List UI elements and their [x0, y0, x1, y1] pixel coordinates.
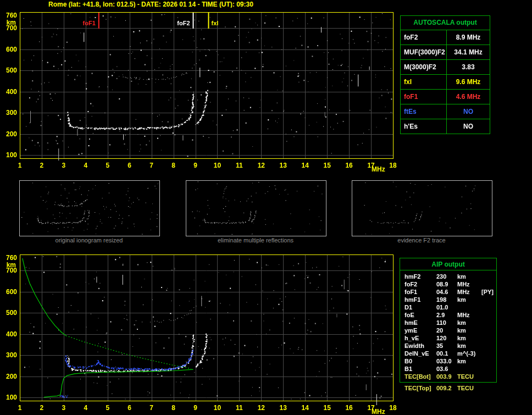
table-row-fof2: foF2 8.9 MHz	[401, 30, 490, 45]
parameter-value: 033.0	[436, 357, 457, 365]
thumbnail-f2-trace-evidence	[352, 180, 492, 236]
thumbnail-caption-f2trace: evidence F2 trace	[352, 237, 491, 244]
aip-row-fof1: foF1 04.6 MHz [PY]	[400, 288, 496, 296]
aip-row-hmf1: hmF1 198 km	[400, 296, 496, 303]
parameter-note	[481, 334, 496, 342]
parameter-label: ftEs	[401, 104, 447, 119]
parameter-note	[481, 273, 496, 280]
thumbnail-f2-trace-evidence-canvas	[352, 181, 491, 235]
parameter-value: 00.1	[436, 350, 457, 357]
aip-row-hmf2: hmF2 230 km	[400, 273, 496, 280]
aip-table-frame: AIP output hmF2 230 km foF2 08.9 MHz foF…	[400, 258, 497, 383]
parameter-label: hmF1	[404, 296, 436, 303]
aip-table-header: AIP output	[400, 258, 496, 270]
parameter-label: D1	[404, 303, 436, 311]
parameter-note: [PY]	[481, 288, 496, 296]
parameter-label: foF1	[404, 288, 436, 296]
aip-row-foe: foE 2.9 MHz	[400, 311, 496, 319]
aip-output-table: AIP output hmF2 230 km foF2 08.9 MHz foF…	[400, 258, 497, 392]
autoscala-app-window: Rome (lat: +41.8, lon: 012.5) - DATE: 20…	[0, 0, 532, 415]
parameter-value: 08.9	[436, 280, 457, 288]
table-row-fxi: fxI 9.6 MHz	[401, 75, 490, 90]
parameter-label: foF2	[404, 280, 436, 288]
parameter-value: 120	[436, 334, 457, 342]
parameter-label: DelN_vE	[404, 350, 436, 357]
thumbnail-original-ionogram-canvas	[20, 181, 158, 235]
parameter-label: hmF2	[404, 273, 436, 280]
parameter-label: hmE	[404, 319, 436, 327]
parameter-note	[481, 384, 497, 392]
parameter-value: 04.6	[436, 288, 457, 296]
parameter-value: 3.83	[447, 60, 490, 74]
parameter-note	[481, 327, 496, 334]
top-ionogram-plot	[0, 8, 407, 179]
parameter-value: 110	[436, 319, 457, 327]
station-date-title: Rome (lat: +41.8, lon: 012.5) - DATE: 20…	[48, 1, 253, 8]
table-row-hpes: h'Es NO	[401, 119, 490, 134]
parameter-note	[481, 296, 496, 303]
parameter-unit: TECU	[457, 384, 481, 392]
parameter-value: NO	[447, 119, 490, 134]
thumbnail-caption-multiples: eliminate multiple reflections	[186, 237, 325, 244]
parameter-value: 20	[436, 327, 457, 334]
table-row-m3000f2: M(3000)F2 3.83	[401, 60, 490, 75]
parameter-value: NO	[447, 104, 490, 119]
parameter-note	[481, 342, 496, 350]
parameter-value: 34.1 MHz	[447, 45, 490, 59]
aip-row-yme: ymE 20 km	[400, 327, 496, 334]
parameter-label: MUF(3000)F2	[401, 45, 447, 59]
parameter-label: ymE	[404, 327, 436, 334]
parameter-value: 2.9	[436, 311, 457, 319]
parameter-unit: km	[457, 334, 481, 342]
parameter-note	[481, 303, 496, 311]
parameter-note	[481, 373, 496, 380]
parameter-label: foF2	[401, 30, 447, 45]
parameter-unit: MHz	[457, 311, 481, 319]
parameter-value: 35	[436, 342, 457, 350]
parameter-note	[481, 350, 496, 357]
parameter-label: TEC[Bot]	[404, 373, 436, 380]
parameter-note	[481, 319, 496, 327]
aip-row-d1: D1 01.0	[400, 303, 496, 311]
parameter-value: 9.6 MHz	[447, 75, 490, 89]
thumbnail-caption-original: original ionogram resized	[19, 237, 159, 244]
table-row-muf3000f2: MUF(3000)F2 34.1 MHz	[401, 45, 490, 60]
parameter-note	[481, 357, 496, 365]
parameter-unit: m^(-3)	[457, 350, 481, 357]
parameter-label: fxI	[401, 75, 447, 89]
parameter-label: TEC[Top]	[404, 384, 436, 392]
aip-row-b0: B0 033.0 km	[400, 357, 496, 365]
bottom-ionogram-plot	[0, 250, 407, 415]
parameter-unit: km	[457, 357, 481, 365]
aip-row-delnve: DelN_vE 00.1 m^(-3)	[400, 350, 496, 357]
parameter-label: foE	[404, 311, 436, 319]
aip-row-fof2: foF2 08.9 MHz	[400, 280, 496, 288]
aip-row-ewidth: Ewidth 35 km	[400, 342, 496, 350]
parameter-unit: MHz	[457, 288, 481, 296]
thumbnail-multiples-removed	[186, 180, 326, 236]
autoscala-output-table: AUTOSCALA output foF2 8.9 MHz MUF(3000)F…	[400, 15, 490, 134]
parameter-unit: MHz	[457, 280, 481, 288]
parameter-value: 03.6	[436, 365, 457, 373]
parameter-value: 01.0	[436, 303, 457, 311]
parameter-label: foF1	[401, 90, 447, 104]
autoscala-table-header: AUTOSCALA output	[401, 16, 490, 30]
parameter-label: B1	[404, 365, 436, 373]
parameter-value: 003.9	[436, 373, 457, 380]
aip-row-tecbot: TEC[Bot] 003.9 TECU	[400, 373, 496, 380]
parameter-note	[481, 365, 496, 373]
aip-row-hve: h_vE 120 km	[400, 334, 496, 342]
parameter-label: Ewidth	[404, 342, 436, 350]
parameter-unit: km	[457, 319, 481, 327]
parameter-label: h'Es	[401, 119, 447, 134]
parameter-unit: TECU	[457, 373, 481, 380]
parameter-value: 4.6 MHz	[447, 90, 490, 104]
parameter-note	[481, 280, 496, 288]
thumbnail-multiples-removed-canvas	[186, 181, 325, 235]
table-row-ftes: ftEs NO	[401, 104, 490, 119]
parameter-unit: km	[457, 273, 481, 280]
parameter-value: 230	[436, 273, 457, 280]
parameter-note	[481, 311, 496, 319]
parameter-unit	[457, 303, 481, 311]
parameter-unit	[457, 365, 481, 373]
